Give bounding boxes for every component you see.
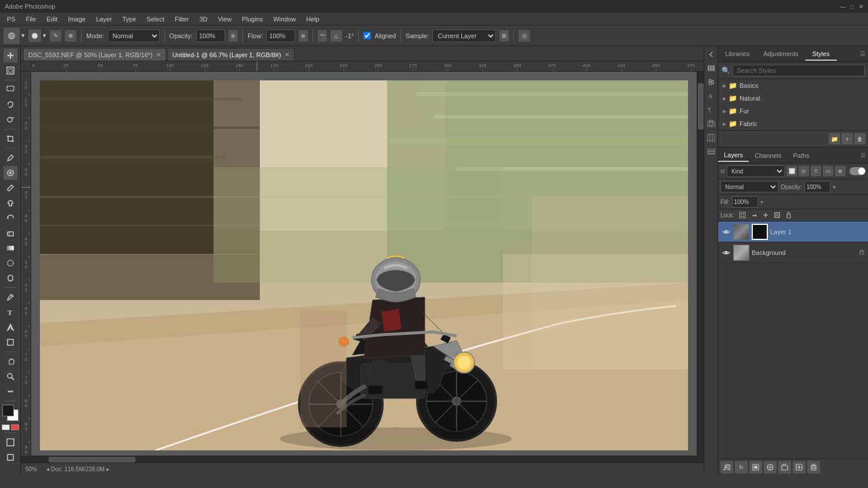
history-brush-tool[interactable]: [3, 211, 17, 225]
style-group-fabric[interactable]: ▶ 📁 Fabric: [718, 117, 868, 130]
screen-mode-btn[interactable]: [3, 435, 17, 449]
layer-1-visibility[interactable]: [722, 227, 731, 236]
selection-tool[interactable]: [3, 83, 17, 97]
vscroll-thumb[interactable]: [698, 83, 704, 130]
menu-ps[interactable]: PS: [2, 14, 20, 24]
layer-item-1[interactable]: Layer 1: [718, 221, 868, 242]
doc-tab-close-1[interactable]: ✕: [285, 51, 289, 58]
brush-tool[interactable]: [3, 181, 17, 195]
text-tool[interactable]: T: [3, 305, 17, 319]
menu-layer[interactable]: Layer: [91, 14, 117, 24]
lock-all-icon[interactable]: [784, 210, 793, 220]
menu-file[interactable]: File: [21, 14, 41, 24]
camera-raw-icon[interactable]: [705, 118, 717, 130]
sample-select[interactable]: Current Layer All Layers Current & Below: [432, 29, 496, 42]
layers-menu-btn[interactable]: ☰: [858, 150, 868, 161]
menu-image[interactable]: Image: [63, 14, 90, 24]
text-formatting-icon[interactable]: ¶: [705, 104, 717, 116]
extras-tool[interactable]: [3, 385, 17, 398]
tool-preset-icon[interactable]: [3, 28, 20, 44]
filter-pixel-icon[interactable]: ⬜: [786, 166, 797, 176]
styles-search-input[interactable]: [733, 65, 865, 76]
clone-stamp-tool[interactable]: [3, 196, 17, 210]
fill-input[interactable]: [732, 196, 758, 208]
horizontal-scrollbar[interactable]: [31, 456, 697, 463]
tab-channels[interactable]: Channels: [749, 150, 787, 161]
blend-mode-select[interactable]: Normal Dissolve Darken Multiply Screen O…: [720, 181, 778, 193]
smoothing-icon[interactable]: 〜: [318, 30, 327, 42]
tab-paths[interactable]: Paths: [788, 150, 815, 161]
lock-artboards-icon[interactable]: [773, 210, 782, 220]
filter-kind-select[interactable]: Kind Name Effect Mode Attribute Color: [727, 165, 785, 177]
aligned-checkbox[interactable]: [363, 32, 371, 39]
menu-view[interactable]: View: [213, 14, 236, 24]
gradient-tool[interactable]: [3, 241, 17, 255]
minimize-button[interactable]: —: [840, 3, 846, 10]
filter-toggle[interactable]: [849, 167, 866, 175]
opacity-input[interactable]: [196, 29, 225, 42]
style-group-basics[interactable]: ▶ 📁 Basics: [718, 79, 868, 92]
angle-icon[interactable]: △: [330, 30, 342, 42]
eraser-tool[interactable]: [3, 226, 17, 240]
doc-tab-close-0[interactable]: ✕: [156, 51, 161, 58]
new-layer-btn[interactable]: [793, 461, 806, 474]
lock-position-icon[interactable]: [761, 210, 770, 220]
canvas-viewport[interactable]: [31, 72, 697, 456]
lock-image-icon[interactable]: [749, 210, 759, 220]
maximize-button[interactable]: □: [851, 3, 854, 10]
brush-dropdown-arrow[interactable]: ▾: [43, 32, 46, 39]
tab-layers[interactable]: Layers: [718, 149, 749, 162]
channels-icon[interactable]: [705, 132, 717, 143]
dodge-tool[interactable]: [3, 271, 17, 285]
style-group-natural[interactable]: ▶ 📁 Natural: [718, 92, 868, 105]
foreground-color-swatch[interactable]: [2, 405, 14, 416]
style-group-fur[interactable]: ▶ 📁 Fur: [718, 105, 868, 117]
pen-tool[interactable]: [3, 290, 17, 304]
close-button[interactable]: ✕: [859, 3, 863, 10]
pressure-toggle[interactable]: ⊕: [65, 30, 76, 42]
doc-tab-1[interactable]: Untitled-1 @ 66.7% (Layer 1, RGB/8#) ✕: [167, 48, 295, 61]
adjustments-icon[interactable]: [705, 76, 717, 88]
mode-select[interactable]: Normal Darken Multiply Screen: [108, 29, 160, 42]
flow-input[interactable]: [266, 29, 295, 42]
menu-window[interactable]: Window: [269, 14, 300, 24]
layer-mask-btn[interactable]: [749, 461, 762, 474]
filter-shape-icon[interactable]: ▭: [823, 166, 833, 176]
libraries-icon[interactable]: [705, 62, 717, 74]
heal-tool[interactable]: [3, 166, 17, 180]
opacity-prop-input[interactable]: [804, 181, 830, 193]
tab-styles[interactable]: Styles: [806, 48, 837, 61]
eyedropper-tool[interactable]: [3, 151, 17, 165]
hand-tool[interactable]: [3, 354, 17, 368]
styles-icon[interactable]: A: [705, 90, 717, 102]
background-visibility[interactable]: [722, 248, 731, 257]
opacity-pressure-toggle[interactable]: ⊕: [229, 30, 238, 42]
group-layers-btn[interactable]: [778, 461, 791, 474]
menu-type[interactable]: Type: [118, 14, 141, 24]
lasso-tool[interactable]: [3, 98, 17, 112]
menu-edit[interactable]: Edit: [42, 14, 62, 24]
sample-all-icon[interactable]: ⊞: [499, 30, 509, 42]
path-select-tool[interactable]: [3, 320, 17, 334]
menu-plugins[interactable]: Plugins: [237, 14, 267, 24]
layer-effects-btn[interactable]: fx: [735, 461, 748, 474]
menu-help[interactable]: Help: [301, 14, 324, 24]
lock-transparent-icon[interactable]: [738, 210, 747, 220]
hscroll-thumb[interactable]: [49, 457, 135, 463]
collapse-panel-icon[interactable]: [705, 49, 717, 60]
flow-pressure-toggle[interactable]: ⊕: [299, 30, 308, 42]
blur-tool[interactable]: [3, 256, 17, 270]
new-group-btn[interactable]: 📁: [829, 133, 840, 145]
shape-tool[interactable]: [3, 335, 17, 349]
menu-select[interactable]: Select: [142, 14, 169, 24]
quick-select-tool[interactable]: [3, 113, 17, 127]
doc-tab-0[interactable]: DSC_5592.NEF @ 50% (Layer 1, RGB/16*) ✕: [23, 48, 166, 61]
status-prev-arrow[interactable]: ◂: [46, 466, 49, 472]
link-layers-btn[interactable]: [720, 461, 733, 474]
vertical-scrollbar[interactable]: [697, 72, 704, 456]
filter-text-icon[interactable]: T: [811, 166, 821, 176]
brush-preview[interactable]: [28, 29, 41, 42]
filter-adjustment-icon[interactable]: ⊙: [799, 166, 809, 176]
tab-adjustments[interactable]: Adjustments: [756, 48, 806, 61]
opacity-dropdown[interactable]: ▾: [833, 184, 836, 190]
